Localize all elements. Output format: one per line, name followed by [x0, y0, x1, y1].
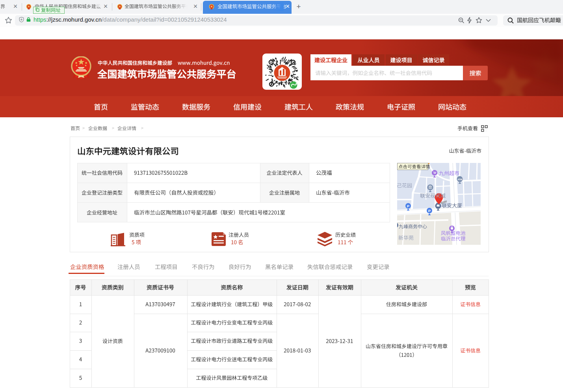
svg-text:ATM: ATM: [457, 178, 462, 181]
svg-text:P: P: [407, 204, 410, 208]
svg-text:P: P: [428, 209, 431, 213]
